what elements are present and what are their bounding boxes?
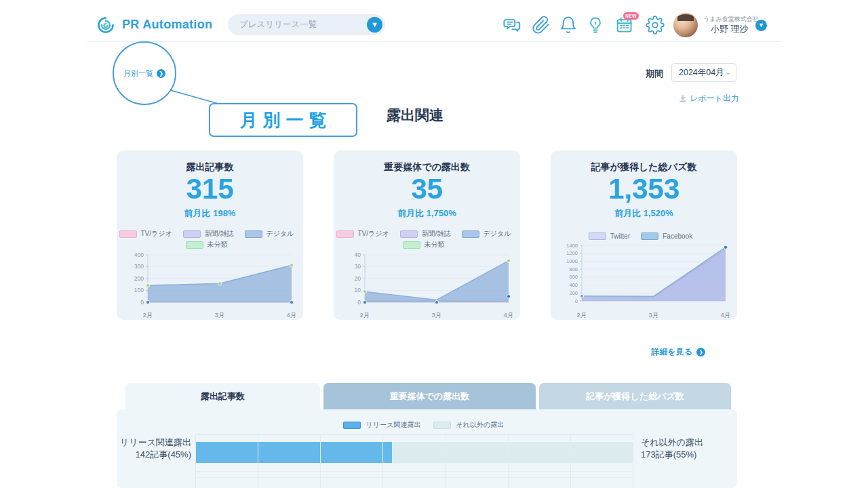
bar-left-value: 142記事(45%): [102, 449, 191, 460]
calendar-new-badge: NEW: [623, 12, 639, 20]
svg-text:1000: 1000: [566, 258, 578, 264]
svg-text:20: 20: [355, 275, 361, 282]
period-label: 期間: [646, 68, 663, 80]
tab-exposure-articles[interactable]: 露出記事数: [125, 383, 320, 409]
app-root: PR Automation プレスリリース一覧 ▼: [0, 0, 868, 488]
page-select[interactable]: プレスリリース一覧 ▼: [228, 14, 385, 35]
svg-text:3月: 3月: [432, 311, 442, 319]
svg-text:30: 30: [355, 263, 361, 270]
svg-text:1200: 1200: [566, 250, 578, 256]
user-menu-chevron-icon[interactable]: ▼: [755, 20, 767, 31]
svg-text:3月: 3月: [215, 311, 225, 319]
svg-text:600: 600: [569, 274, 578, 280]
svg-text:200: 200: [134, 275, 144, 282]
avatar[interactable]: [673, 13, 698, 37]
period-select[interactable]: 2024年04月 ⌄: [671, 63, 736, 82]
svg-text:2月: 2月: [143, 311, 153, 319]
annotation-circle: 月別一覧 ❯: [113, 41, 176, 105]
card-area-chart: 0102030402月3月4月: [340, 251, 514, 321]
svg-text:200: 200: [569, 290, 578, 296]
arrow-right-icon: ❯: [696, 348, 705, 357]
paperclip-icon[interactable]: [532, 16, 551, 35]
card-chart-legend: TV/ラジオ新聞/雑誌デジタル未分類: [334, 228, 520, 250]
see-details-label: 詳細を見る: [651, 346, 692, 358]
svg-text:4月: 4月: [721, 311, 731, 319]
card-mom-change: 前月比 1,520%: [551, 207, 737, 220]
chevron-down-icon[interactable]: ▼: [367, 17, 382, 33]
svg-text:0: 0: [357, 299, 361, 306]
bar-left-label: リリース関連露出: [102, 437, 191, 448]
bar-release-related: [195, 442, 392, 463]
card-total-buzz: 記事が獲得した総バズ数 1,353 前月比 1,520% TwitterFace…: [551, 150, 737, 320]
report-export-label: レポート出力: [690, 94, 739, 103]
period-select-value: 2024年04月: [679, 64, 724, 81]
svg-text:400: 400: [569, 282, 578, 288]
calendar-icon[interactable]: NEW: [615, 16, 634, 35]
download-icon: [679, 94, 687, 102]
logo-icon: [95, 14, 117, 36]
card-value: 1,353: [551, 172, 737, 206]
svg-text:0: 0: [140, 299, 144, 306]
bar-right-value: 173記事(55%): [641, 449, 736, 460]
svg-text:1400: 1400: [566, 243, 578, 249]
card-mom-change: 前月比 1,750%: [334, 207, 520, 220]
svg-text:3月: 3月: [649, 311, 659, 319]
card-chart-legend: TwitterFacebook: [551, 230, 737, 241]
bottom-chart-panel: リリース関連露出それ以外の露出: [117, 409, 737, 488]
bell-icon[interactable]: [559, 16, 578, 35]
svg-text:800: 800: [569, 266, 578, 272]
svg-text:4月: 4月: [504, 311, 514, 319]
bar-right-label: それ以外の露出: [641, 437, 736, 448]
lightbulb-icon[interactable]: [586, 16, 605, 35]
bar-chart-legend: リリース関連露出それ以外の露出: [117, 420, 737, 430]
header-divider: [87, 41, 781, 42]
card-chart-legend: TV/ラジオ新聞/雑誌デジタル未分類: [117, 228, 303, 250]
svg-text:300: 300: [134, 263, 144, 270]
report-export-button[interactable]: レポート出力: [658, 93, 739, 104]
monthly-list-link-label: 月別一覧: [123, 68, 153, 79]
svg-text:100: 100: [134, 287, 144, 293]
page-select-value: プレスリリース一覧: [239, 14, 317, 35]
card-key-media-exposure: 重要媒体での露出数 35 前月比 1,750% TV/ラジオ新聞/雑誌デジタル未…: [334, 150, 520, 320]
svg-text:400: 400: [134, 251, 144, 258]
card-exposure-articles: 露出記事数 315 前月比 198% TV/ラジオ新聞/雑誌デジタル未分類 01…: [117, 150, 303, 320]
card-area-chart: 02004006008001000120014002月3月4月: [557, 241, 731, 321]
gear-icon[interactable]: [646, 16, 665, 35]
card-value: 315: [117, 172, 303, 206]
tab-total-buzz[interactable]: 記事が獲得した総バズ数: [539, 383, 731, 409]
card-area-chart: 01002003004002月3月4月: [123, 251, 297, 321]
tab-key-media-exposure[interactable]: 重要媒体での露出数: [323, 383, 536, 409]
card-mom-change: 前月比 198%: [117, 207, 303, 220]
section-title: 露出関連: [387, 106, 443, 125]
logo-wordmark: PR Automation: [122, 18, 212, 32]
bar-other-exposure: [392, 442, 633, 463]
bar-chart-plot: [195, 434, 633, 488]
svg-text:0: 0: [575, 298, 578, 304]
chat-icon[interactable]: [503, 16, 522, 35]
annotation-callout: 月別一覧: [209, 103, 357, 137]
chevron-down-icon: ⌄: [725, 64, 731, 80]
svg-text:2月: 2月: [577, 311, 587, 319]
svg-text:4月: 4月: [287, 311, 297, 319]
see-details-link[interactable]: 詳細を見る ❯: [631, 346, 705, 358]
user-name: 小野 理沙: [711, 23, 749, 35]
svg-text:40: 40: [355, 251, 361, 258]
svg-text:10: 10: [355, 287, 361, 293]
monthly-list-link[interactable]: 月別一覧 ❯: [123, 68, 165, 79]
card-value: 35: [334, 172, 520, 206]
arrow-right-icon: ❯: [157, 69, 165, 78]
svg-text:2月: 2月: [360, 311, 370, 319]
